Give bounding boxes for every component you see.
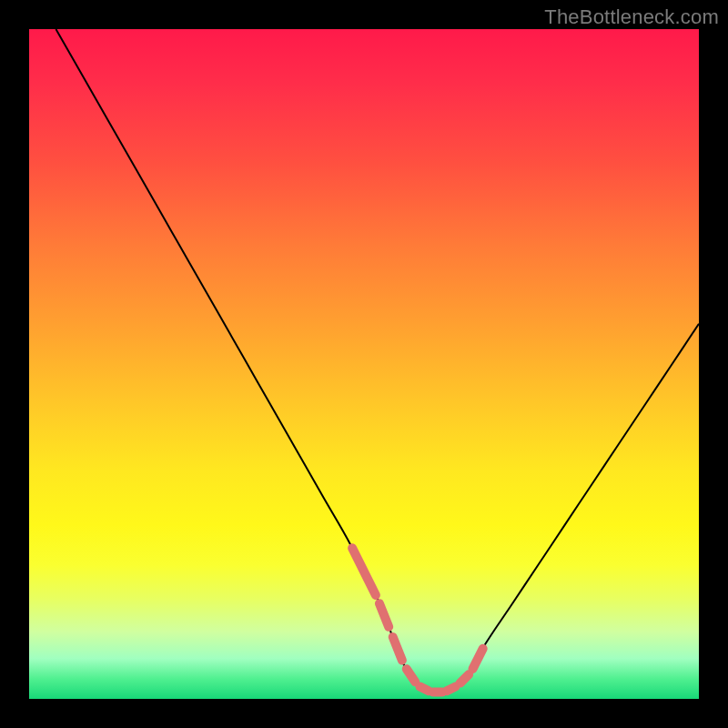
highlight-stroke xyxy=(420,687,430,692)
highlight-strokes xyxy=(352,548,483,692)
curve-svg xyxy=(29,29,699,699)
highlight-stroke xyxy=(447,687,455,692)
highlight-stroke xyxy=(460,674,469,682)
highlight-stroke xyxy=(407,669,415,682)
highlight-stroke xyxy=(379,603,389,627)
plot-area xyxy=(29,29,699,699)
highlight-stroke xyxy=(473,649,483,669)
highlight-stroke xyxy=(393,637,402,661)
highlight-stroke xyxy=(352,548,376,595)
watermark-text: TheBottleneck.com xyxy=(544,5,719,29)
